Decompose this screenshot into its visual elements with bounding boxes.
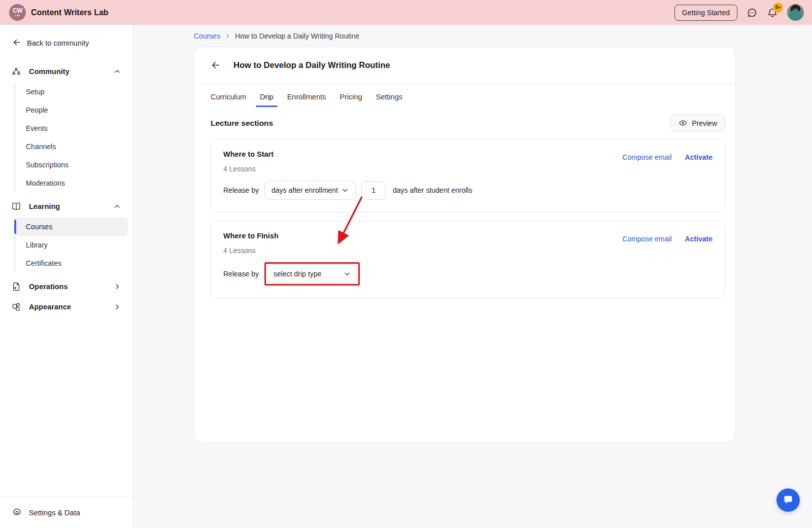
chevron-down-icon bbox=[342, 187, 349, 194]
sidebar-group-community[interactable]: Community bbox=[0, 61, 133, 82]
back-to-community-link[interactable]: Back to community bbox=[0, 38, 133, 48]
chevron-up-icon bbox=[114, 68, 121, 75]
back-arrow-icon bbox=[12, 38, 21, 48]
course-admin-card: How to Develop a Daily Writing Routine C… bbox=[194, 47, 735, 443]
section-title: Where to Start bbox=[223, 150, 274, 158]
community-logo[interactable]: CW Lab bbox=[9, 4, 26, 21]
drip-type-placeholder: select drip type bbox=[274, 270, 321, 278]
sidebar-item-events[interactable]: Events bbox=[14, 119, 128, 137]
logo-text: CW bbox=[13, 8, 22, 14]
sidebar-group-learning-label: Learning bbox=[29, 202, 60, 210]
breadcrumb-chevron-icon bbox=[224, 33, 231, 40]
back-arrow-icon[interactable] bbox=[211, 60, 220, 70]
drip-type-dropdown[interactable]: days after enrollment bbox=[264, 181, 356, 200]
course-tabs: Curriculum Drip Enrollments Pricing Sett… bbox=[194, 84, 735, 107]
compose-email-link[interactable]: Compose email bbox=[622, 153, 671, 161]
drip-type-value: days after enrollment bbox=[272, 186, 338, 194]
preview-label: Preview bbox=[692, 119, 717, 127]
section-lessons-count: 4 Lessons bbox=[223, 165, 713, 173]
sidebar-item-moderations[interactable]: Moderations bbox=[14, 174, 128, 192]
drip-type-dropdown-highlighted[interactable]: select drip type bbox=[266, 264, 358, 284]
red-highlight-box: select drip type bbox=[264, 262, 360, 286]
logo-subtext: Lab bbox=[15, 14, 20, 17]
operations-icon bbox=[11, 281, 21, 292]
sidebar-item-channels[interactable]: Channels bbox=[14, 137, 128, 156]
tab-enrollments[interactable]: Enrollments bbox=[287, 93, 326, 107]
getting-started-button[interactable]: Getting Started bbox=[674, 5, 737, 21]
user-avatar[interactable] bbox=[787, 4, 804, 21]
lecture-sections-heading: Lecture sections bbox=[211, 119, 273, 128]
compose-email-link[interactable]: Compose email bbox=[622, 235, 671, 243]
messages-icon[interactable] bbox=[747, 7, 758, 18]
community-sub-list: Setup People Events Channels Subscriptio… bbox=[14, 83, 128, 192]
learning-sub-list: Courses Library Certificates bbox=[14, 218, 128, 272]
tab-settings[interactable]: Settings bbox=[376, 93, 402, 107]
chat-bubble-icon bbox=[782, 494, 795, 507]
course-header: How to Develop a Daily Writing Routine bbox=[194, 47, 735, 84]
breadcrumb-courses-link[interactable]: Courses bbox=[194, 32, 220, 40]
release-by-label: Release by bbox=[223, 270, 259, 278]
notification-badge: 9+ bbox=[773, 3, 783, 13]
chevron-right-icon bbox=[114, 303, 121, 310]
days-suffix-label: days after student enrolls bbox=[393, 186, 472, 194]
sidebar-group-learning[interactable]: Learning bbox=[0, 196, 133, 217]
sidebar-item-subscriptions[interactable]: Subscriptions bbox=[14, 156, 128, 174]
live-chat-button[interactable] bbox=[776, 488, 800, 512]
appearance-icon bbox=[11, 302, 21, 312]
community-icon bbox=[11, 66, 21, 77]
activate-link[interactable]: Activate bbox=[685, 235, 713, 243]
sidebar-group-appearance[interactable]: Appearance bbox=[0, 297, 133, 317]
breadcrumb-current: How to Develop a Daily Writing Routine bbox=[235, 32, 359, 40]
breadcrumb: Courses How to Develop a Daily Writing R… bbox=[194, 32, 812, 40]
chevron-up-icon bbox=[114, 203, 121, 210]
sidebar-group-operations-label: Operations bbox=[29, 283, 68, 291]
chevron-right-icon bbox=[114, 283, 121, 290]
learning-icon bbox=[11, 201, 21, 212]
app-title: Content Writers Lab bbox=[31, 8, 109, 17]
section-title: Where to FInish bbox=[223, 232, 279, 240]
notifications-bell-icon[interactable]: 9+ bbox=[767, 7, 778, 18]
main-content: Courses How to Develop a Daily Writing R… bbox=[133, 25, 812, 528]
settings-and-data-link[interactable]: Settings & Data bbox=[0, 497, 133, 528]
sidebar-item-courses[interactable]: Courses bbox=[14, 218, 128, 236]
sidebar-group-community-label: Community bbox=[29, 67, 70, 76]
tab-drip[interactable]: Drip bbox=[260, 93, 274, 107]
lecture-section-where-to-start: Where to Start Compose email Activate 4 … bbox=[211, 139, 725, 213]
admin-sidebar: Back to community Community Setup People… bbox=[0, 25, 133, 528]
tab-pricing[interactable]: Pricing bbox=[340, 93, 362, 107]
days-count-input[interactable] bbox=[361, 181, 386, 200]
settings-and-data-label: Settings & Data bbox=[29, 509, 80, 517]
sidebar-item-library[interactable]: Library bbox=[14, 236, 128, 254]
preview-button[interactable]: Preview bbox=[670, 114, 725, 132]
section-lessons-count: 4 Lessons bbox=[223, 247, 713, 255]
lecture-section-where-to-finish: Where to FInish Compose email Activate 4… bbox=[211, 221, 725, 298]
sidebar-item-setup[interactable]: Setup bbox=[14, 83, 128, 101]
sidebar-group-appearance-label: Appearance bbox=[29, 303, 71, 311]
sidebar-item-people[interactable]: People bbox=[14, 101, 128, 119]
activate-link[interactable]: Activate bbox=[685, 153, 713, 161]
chevron-down-icon bbox=[344, 270, 351, 277]
sidebar-item-certificates[interactable]: Certificates bbox=[14, 254, 128, 272]
gear-icon bbox=[12, 508, 22, 517]
tab-curriculum[interactable]: Curriculum bbox=[211, 93, 246, 107]
top-header: CW Lab Content Writers Lab Getting Start… bbox=[0, 0, 812, 25]
release-by-label: Release by bbox=[223, 186, 259, 194]
eye-icon bbox=[679, 119, 687, 127]
back-to-community-label: Back to community bbox=[27, 39, 89, 47]
course-title: How to Develop a Daily Writing Routine bbox=[233, 60, 390, 70]
sidebar-group-operations[interactable]: Operations bbox=[0, 276, 133, 297]
